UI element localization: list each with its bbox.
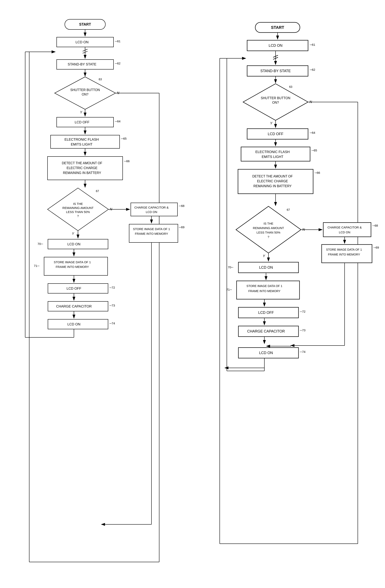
- svg-rect-73: [131, 203, 177, 216]
- n72-ref: ─72: [109, 286, 115, 289]
- n68-ref: ─68: [179, 204, 184, 208]
- n73-t: CHARGE CAPACITOR: [247, 329, 285, 333]
- n63-ref: 63: [99, 78, 102, 81]
- n71-2: FRAME INTO MEMORY: [56, 265, 89, 269]
- final-flowchart: START LCD ON ─61 STAND-BY STATE ─62 SHUT…: [197, 16, 380, 575]
- n68-1: CHARGE CAPACITOR &: [135, 206, 169, 209]
- n72-t: LCD OFF: [258, 311, 274, 315]
- n71-1: STORE IMAGE DATA OF 1: [54, 260, 91, 264]
- n67-3: LESS THAN 50%: [66, 210, 90, 214]
- n67-r: 67: [287, 208, 290, 211]
- n70-t: LCD ON: [259, 265, 273, 270]
- n68-2: LCD ON: [146, 210, 157, 214]
- n61: LCD ON: [76, 40, 89, 44]
- n69-t2: FRAME INTO MEMORY: [328, 253, 360, 256]
- n67-y: Y: [72, 232, 74, 235]
- n73-r: ─73: [300, 328, 305, 332]
- n62-r: ─62: [309, 68, 315, 71]
- n74: LCD ON: [67, 322, 80, 326]
- n67-t3: LESS THAN 50%: [256, 231, 280, 234]
- n62-ref: ─62: [115, 62, 120, 65]
- n66-3: REMAINING IN BATTERY: [63, 171, 101, 175]
- n74-r: ─74: [300, 350, 305, 354]
- n62: STAND-BY STATE: [68, 63, 96, 66]
- svg-rect-110: [241, 147, 310, 161]
- n66-ref: ─66: [124, 159, 130, 163]
- n74-t: LCD ON: [259, 351, 273, 355]
- n66-t2: ELECTRIC CHARGE: [257, 179, 288, 183]
- n63-y: Y: [270, 121, 273, 125]
- n65-2: EMITS LIGHT: [71, 143, 93, 146]
- n63-1: SHUTTER BUTTON: [70, 88, 100, 92]
- n65-ref: ─65: [121, 137, 127, 140]
- n65-t1: ELECTRONIC FLASH: [255, 150, 289, 154]
- n67-y: Y: [263, 254, 265, 258]
- n67-t4: ?: [268, 235, 269, 239]
- n66-t3: REMAINING IN BATTERY: [253, 184, 292, 188]
- n71-t1: STORE IMAGE DATA OF 1: [247, 284, 282, 288]
- n69-2: FRAME INTO MEMORY: [135, 232, 168, 235]
- n64-ref: ─64: [115, 120, 120, 123]
- n62-t: STAND-BY STATE: [260, 69, 291, 73]
- n63-r: 63: [289, 85, 292, 88]
- svg-rect-118: [323, 223, 371, 237]
- n61-t: LCD ON: [269, 43, 282, 48]
- n64-t: LCD OFF: [268, 132, 283, 136]
- n67-1: IS THE: [73, 202, 83, 206]
- n67-ref: 67: [96, 189, 99, 193]
- n63-t2: ON?: [272, 101, 279, 104]
- n63-t1: SHUTTER BUTTON: [261, 96, 290, 100]
- n64-r: ─64: [309, 131, 315, 134]
- n71-t2: FRAME INTO MEMORY: [248, 289, 280, 293]
- n65-r: ─65: [311, 148, 317, 152]
- n69-ref: ─69: [179, 225, 184, 229]
- n68-r: ─68: [372, 224, 378, 227]
- n66-2: ELECTRIC CHARGE: [67, 166, 97, 170]
- flowchart-clean: START LCD ON ─61 STAND-BY STATE ─62 SHUT…: [5, 14, 188, 583]
- n61-r: ─61: [309, 43, 315, 46]
- n70-ref: 70─: [38, 242, 43, 246]
- n63-y: Y: [80, 111, 82, 114]
- n72: LCD OFF: [67, 287, 81, 291]
- n66-1: DETECT THE AMOUNT OF: [62, 161, 102, 165]
- n61-ref: ─61: [115, 40, 120, 43]
- n68-t2: LCD ON: [339, 231, 350, 234]
- n71-ref: 71─: [34, 264, 39, 268]
- n69-r: ─69: [373, 246, 379, 249]
- n66-r: ─66: [314, 171, 320, 174]
- n67-4: ?: [77, 214, 79, 218]
- n73: CHARGE CAPACITOR: [56, 304, 92, 308]
- n65-t2: EMITS LIGHT: [262, 155, 284, 159]
- n70: LCD ON: [67, 242, 80, 246]
- n67-t1: IS THE: [264, 222, 273, 225]
- n64: LCD OFF: [75, 120, 90, 124]
- n67-2: REMAINING AMOUNT: [62, 206, 93, 210]
- svg-marker-115: [236, 206, 301, 253]
- start-label: START: [79, 22, 91, 26]
- start-text: START: [271, 25, 284, 30]
- n68-t1: CHARGE CAPACITOR &: [327, 226, 362, 229]
- n67-t2: REMAINING AMOUNT: [253, 226, 284, 230]
- n74-ref: ─74: [109, 321, 115, 325]
- svg-rect-66: [51, 135, 120, 148]
- n72-r: ─72: [300, 310, 305, 313]
- n65-1: ELECTRONIC FLASH: [64, 138, 99, 142]
- n71-r: 71─: [226, 288, 232, 291]
- n66-t1: DETECT THE AMOUNT OF: [252, 175, 293, 178]
- n73-ref: ─73: [109, 304, 115, 307]
- n70-r: 70─: [228, 265, 233, 269]
- n69-t1: STORE IMAGE DATA OF 1: [326, 248, 362, 251]
- n69-1: STORE IMAGE DATA OF 1: [133, 227, 170, 231]
- n63-2: ON?: [82, 93, 89, 96]
